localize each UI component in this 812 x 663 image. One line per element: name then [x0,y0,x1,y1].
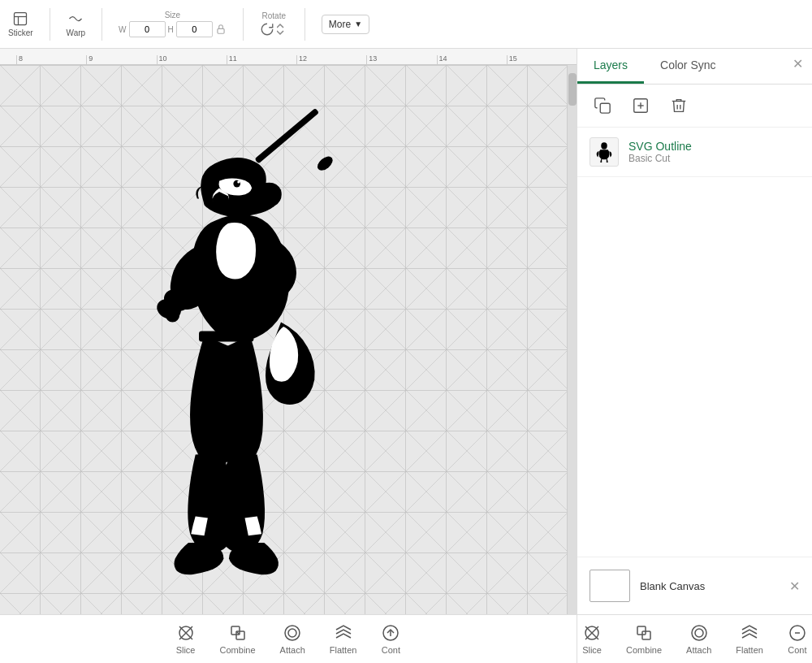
lock-icon[interactable] [215,24,227,35]
ruler-mark-8: 8 [16,55,86,64]
right-combine-tool[interactable]: Combine [626,623,662,655]
svg-point-28 [601,142,607,149]
rotate-label: Rotate [262,11,286,20]
flatten-label: Flatten [330,645,357,655]
main-layout: 8 9 10 11 12 13 14 15 [0,49,812,663]
color-sync-tab-label: Color Sync [660,58,715,72]
combine-tool[interactable]: Combine [220,623,256,655]
svg-rect-32 [637,626,646,635]
svg-rect-24 [600,103,610,113]
ruler-marks: 8 9 10 11 12 13 14 15 [0,55,577,64]
height-input[interactable]: 0 [176,21,213,37]
divider-2 [102,8,102,41]
size-group: Size W 0 H 0 [119,11,227,37]
ruler-mark-14: 14 [437,55,507,64]
layer-thumbnail [590,137,619,167]
flatten-tool[interactable]: Flatten [330,623,357,655]
divider-3 [243,8,244,41]
height-label: H [168,25,174,34]
scrollbar-thumb[interactable] [568,73,577,106]
attach-label: Attach [280,645,305,655]
ruler-mark-9: 9 [86,55,156,64]
ruler-mark-13: 13 [366,55,436,64]
slice-tool[interactable]: Slice [176,623,196,655]
right-flatten-label: Flatten [736,645,763,655]
top-toolbar: Sticker Warp Size W 0 H 0 Rotate [0,0,812,49]
svg-rect-0 [15,13,27,25]
svg-point-21 [285,626,300,640]
svg-point-4 [315,154,335,173]
right-attach-label: Attach [686,645,711,655]
more-label: More [329,19,351,30]
layer-info: SVG Outline Basic Cut [628,140,800,164]
more-button[interactable]: More ▼ [322,15,369,34]
sticker-tool[interactable]: Sticker [8,11,33,37]
blank-canvas-close-button[interactable]: ✕ [789,578,800,594]
panel-toolbar [577,84,812,128]
blank-canvas-section: Blank Canvas ✕ [577,557,812,614]
divider-1 [50,8,50,41]
ruler-horizontal: 8 9 10 11 12 13 14 15 [0,49,577,65]
panel-tabs: Layers Color Sync ✕ [577,49,812,84]
right-bottom-toolbar: Slice Combine Attach [577,614,812,663]
bottom-toolbar: Slice Combine Attach [0,614,577,663]
combine-label: Combine [220,645,256,655]
size-label: Size [165,11,180,20]
svg-rect-5 [254,108,319,164]
divider-4 [304,8,305,41]
add-layer-button[interactable] [628,93,654,119]
ruler-mark-15: 15 [507,55,577,64]
sticker-label: Sticker [8,28,33,37]
layer-name: SVG Outline [628,140,800,153]
svg-rect-33 [642,631,650,639]
blank-canvas-thumbnail [590,570,630,602]
rotate-arrows [277,23,288,29]
right-flatten-tool[interactable]: Flatten [736,623,763,655]
right-panel: Layers Color Sync ✕ [577,49,812,663]
artwork-svg[interactable] [65,106,390,609]
blank-canvas-label: Blank Canvas [640,580,705,592]
cont-label: Cont [382,645,400,655]
right-combine-label: Combine [626,645,662,655]
panel-close-button[interactable]: ✕ [789,55,806,72]
duplicate-button[interactable] [590,93,615,119]
rotate-arrows-down [277,29,288,36]
rotate-icon [260,22,274,37]
rotate-group: Rotate [260,11,288,37]
layer-item-svg-outline[interactable]: SVG Outline Basic Cut [577,128,812,177]
canvas-area: 8 9 10 11 12 13 14 15 [0,49,577,663]
delete-layer-button[interactable] [666,93,692,119]
width-label: W [119,25,126,34]
svg-point-35 [692,626,706,640]
attach-tool[interactable]: Attach [280,623,305,655]
width-input[interactable]: 0 [129,21,166,37]
svg-rect-3 [218,28,224,33]
ruler-mark-10: 10 [157,55,227,64]
ruler-mark-12: 12 [296,55,366,64]
right-cont-label: Cont [788,645,806,655]
svg-rect-13 [199,331,253,341]
ruler-mark-11: 11 [227,55,296,64]
cont-tool[interactable]: Cont [381,623,400,655]
layer-type: Basic Cut [628,153,800,164]
more-chevron-icon: ▼ [354,20,362,28]
warp-tool[interactable]: Warp [67,11,86,37]
tab-color-sync[interactable]: Color Sync [644,49,732,84]
tab-layers[interactable]: Layers [577,49,644,84]
svg-point-9 [237,180,240,183]
right-attach-tool[interactable]: Attach [686,623,711,655]
scrollbar-vertical[interactable] [567,65,577,614]
svg-point-12 [166,308,179,322]
svg-point-34 [695,629,703,637]
slice-label: Slice [176,645,196,655]
right-slice-label: Slice [582,645,602,655]
svg-point-20 [288,629,296,637]
canvas-content[interactable] [0,65,577,614]
blank-canvas-item[interactable]: Blank Canvas ✕ [590,570,800,602]
panel-spacer [577,177,812,557]
right-cont-tool[interactable]: Cont [788,623,807,655]
layers-tab-label: Layers [594,58,628,72]
right-slice-tool[interactable]: Slice [582,623,602,655]
warp-label: Warp [67,28,86,37]
